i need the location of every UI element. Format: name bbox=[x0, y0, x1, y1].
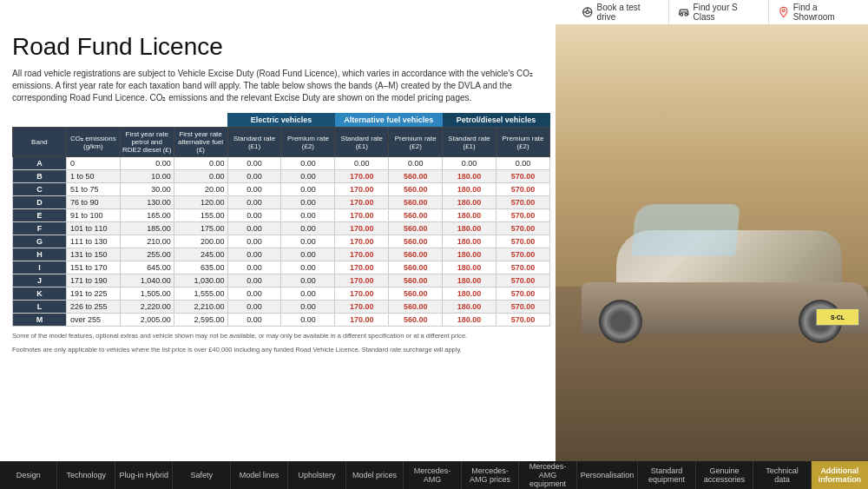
bottom-nav-item-2[interactable]: Plug-in Hybrid bbox=[115, 461, 173, 489]
table-cell: 560.00 bbox=[389, 196, 443, 209]
table-cell: 76 to 90 bbox=[66, 196, 120, 209]
table-cell: 155.00 bbox=[174, 209, 227, 222]
bottom-nav-item-6[interactable]: Model prices bbox=[346, 461, 404, 489]
table-cell: 0.00 bbox=[281, 157, 335, 170]
table-cell: H bbox=[13, 248, 67, 261]
table-cell: B bbox=[13, 170, 67, 183]
bottom-nav-item-1[interactable]: Technology bbox=[57, 461, 115, 489]
table-cell: 111 to 130 bbox=[66, 235, 120, 248]
table-cell: 0.00 bbox=[281, 235, 335, 248]
table-cell: 2,220.00 bbox=[120, 301, 174, 314]
table-cell: 0.00 bbox=[227, 301, 281, 314]
table-row: I151 to 170645.00635.000.000.00170.00560… bbox=[13, 261, 550, 274]
table-cell: 180.00 bbox=[443, 274, 496, 287]
bottom-nav-item-12[interactable]: Genuine accessories bbox=[696, 461, 753, 489]
bottom-nav-item-0[interactable]: Design bbox=[0, 461, 57, 489]
table-cell: 0.00 bbox=[227, 222, 281, 235]
table-cell: over 255 bbox=[66, 314, 120, 327]
table-wrapper: Electric vehicles Alternative fuel vehic… bbox=[12, 113, 550, 327]
bottom-nav-item-13[interactable]: Technical data bbox=[753, 461, 811, 489]
table-cell: 131 to 150 bbox=[66, 248, 120, 261]
table-cell: 570.00 bbox=[496, 314, 550, 327]
table-row: H131 to 150255.00245.000.000.00170.00560… bbox=[13, 248, 550, 261]
table-cell: L bbox=[13, 301, 67, 314]
table-cell: 180.00 bbox=[443, 301, 496, 314]
top-nav: Book a test drive Find your S Class Find… bbox=[573, 0, 868, 24]
bottom-nav-item-14[interactable]: Additional information bbox=[812, 461, 868, 489]
find-s-class-btn[interactable]: Find your S Class bbox=[668, 0, 768, 24]
table-cell: 180.00 bbox=[443, 196, 496, 209]
table-cell: 0.00 bbox=[227, 157, 281, 170]
license-plate: S·CL bbox=[816, 308, 859, 326]
table-cell: 570.00 bbox=[496, 261, 550, 274]
table-cell: 170.00 bbox=[335, 301, 389, 314]
footnote-1: Some of the model features, optional ext… bbox=[12, 332, 550, 340]
table-cell: 0.00 bbox=[281, 170, 335, 183]
table-cell: D bbox=[13, 196, 67, 209]
co2-col-header: CO₂ emissions (g/km) bbox=[66, 128, 120, 157]
table-cell: 570.00 bbox=[496, 274, 550, 287]
table-cell: 560.00 bbox=[389, 287, 443, 301]
table-cell: E bbox=[13, 209, 67, 222]
bottom-nav: DesignTechnologyPlug-in HybridSafetyMode… bbox=[0, 461, 868, 489]
table-cell: 560.00 bbox=[389, 183, 443, 196]
bottom-nav-item-11[interactable]: Standard equipment bbox=[638, 461, 695, 489]
table-cell: 560.00 bbox=[389, 248, 443, 261]
table-cell: 570.00 bbox=[496, 301, 550, 314]
find-showroom-btn[interactable]: Find a Showroom bbox=[768, 0, 868, 24]
svg-point-7 bbox=[783, 10, 786, 12]
road-fund-table: Electric vehicles Alternative fuel vehic… bbox=[12, 113, 550, 327]
bottom-nav-item-9[interactable]: Mercedes-AMG equipment bbox=[519, 461, 576, 489]
table-cell: 570.00 bbox=[496, 170, 550, 183]
bottom-nav-item-5[interactable]: Upholstery bbox=[288, 461, 345, 489]
bottom-nav-item-7[interactable]: Mercedes-AMG bbox=[404, 461, 461, 489]
table-cell: 0.00 bbox=[281, 287, 335, 301]
bottom-nav-item-10[interactable]: Personalisation bbox=[577, 461, 639, 489]
table-cell: 560.00 bbox=[389, 209, 443, 222]
table-cell: 0.00 bbox=[174, 157, 227, 170]
table-cell: 560.00 bbox=[389, 261, 443, 274]
bottom-nav-item-8[interactable]: Mercedes-AMG prices bbox=[462, 461, 519, 489]
svg-point-6 bbox=[685, 13, 687, 16]
table-cell: 255.00 bbox=[120, 248, 174, 261]
table-cell: F bbox=[13, 222, 67, 235]
svg-point-1 bbox=[586, 10, 589, 13]
table-cell: 170.00 bbox=[335, 170, 389, 183]
alt-fuel-vehicles-header: Alternative fuel vehicles bbox=[335, 113, 443, 128]
table-cell: 170.00 bbox=[335, 222, 389, 235]
table-cell: 0.00 bbox=[227, 209, 281, 222]
table-cell: 0.00 bbox=[281, 314, 335, 327]
table-cell: 0.00 bbox=[174, 170, 227, 183]
table-cell: 180.00 bbox=[443, 235, 496, 248]
table-cell: 560.00 bbox=[389, 274, 443, 287]
table-row: J171 to 1901,040.001,030.000.000.00170.0… bbox=[13, 274, 550, 287]
main-content: Road Fund Licence All road vehicle regis… bbox=[0, 24, 562, 461]
table-cell: 0.00 bbox=[227, 170, 281, 183]
table-cell: 560.00 bbox=[389, 222, 443, 235]
bottom-nav-item-3[interactable]: Safety bbox=[173, 461, 230, 489]
table-cell: 0.00 bbox=[281, 183, 335, 196]
table-cell: 200.00 bbox=[174, 235, 227, 248]
find-s-class-label: Find your S Class bbox=[694, 3, 760, 22]
table-cell: 570.00 bbox=[496, 222, 550, 235]
table-cell: 570.00 bbox=[496, 287, 550, 301]
table-row: L226 to 2552,220.002,210.000.000.00170.0… bbox=[13, 301, 550, 314]
table-cell: C bbox=[13, 183, 67, 196]
table-cell: 91 to 100 bbox=[66, 209, 120, 222]
table-cell: 0.00 bbox=[227, 314, 281, 327]
footnote-2: Footnotes are only applicable to vehicle… bbox=[12, 346, 550, 354]
bottom-nav-item-4[interactable]: Model lines bbox=[231, 461, 288, 489]
empty-header bbox=[13, 113, 228, 128]
table-cell: 0.00 bbox=[389, 157, 443, 170]
table-cell: 226 to 255 bbox=[66, 301, 120, 314]
table-cell: 0.00 bbox=[281, 196, 335, 209]
car-windshield bbox=[631, 204, 740, 256]
table-cell: 2,595.00 bbox=[174, 314, 227, 327]
find-showroom-label: Find a Showroom bbox=[793, 3, 859, 22]
pd-std-col-header: Standard rate (£1) bbox=[443, 128, 496, 157]
table-row: B1 to 5010.000.000.000.00170.00560.00180… bbox=[13, 170, 550, 183]
table-cell: 0.00 bbox=[227, 287, 281, 301]
book-test-drive-btn[interactable]: Book a test drive bbox=[573, 0, 668, 24]
table-cell: 20.00 bbox=[174, 183, 227, 196]
table-row: D76 to 90130.00120.000.000.00170.00560.0… bbox=[13, 196, 550, 209]
